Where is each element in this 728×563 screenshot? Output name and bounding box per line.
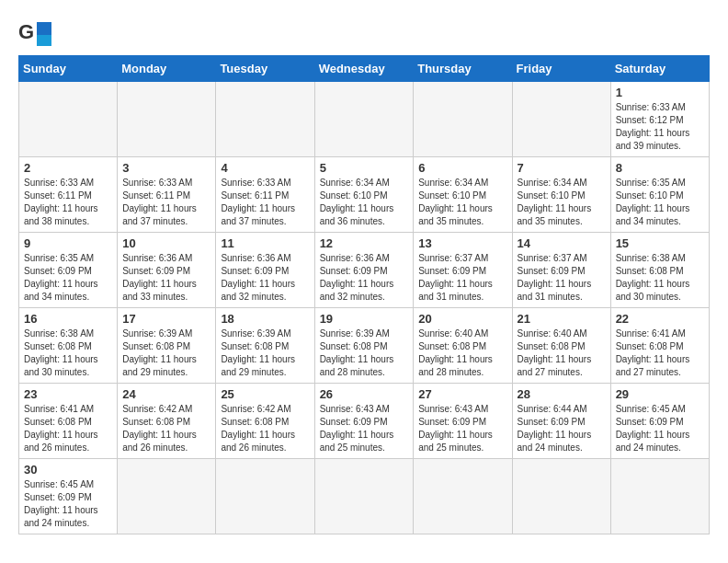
day-number: 27 [418, 387, 506, 401]
day-number: 2 [24, 161, 112, 175]
day-number: 4 [221, 161, 309, 175]
calendar-cell: 19Sunrise: 6:39 AM Sunset: 6:08 PM Dayli… [314, 308, 414, 384]
day-header-saturday: Saturday [610, 56, 709, 82]
day-number: 7 [518, 161, 606, 175]
calendar-cell: 3Sunrise: 6:33 AM Sunset: 6:11 PM Daylig… [118, 157, 216, 233]
calendar-cell: 18Sunrise: 6:39 AM Sunset: 6:08 PM Dayli… [216, 308, 314, 384]
day-info: Sunrise: 6:45 AM Sunset: 6:09 PM Dayligh… [24, 478, 112, 530]
day-number: 28 [518, 387, 606, 401]
day-info: Sunrise: 6:39 AM Sunset: 6:08 PM Dayligh… [221, 327, 309, 379]
day-number: 14 [518, 236, 606, 250]
day-info: Sunrise: 6:40 AM Sunset: 6:08 PM Dayligh… [518, 327, 606, 379]
calendar-cell: 23Sunrise: 6:41 AM Sunset: 6:08 PM Dayli… [19, 384, 118, 459]
calendar-cell [118, 82, 216, 157]
calendar-cell [512, 82, 610, 157]
calendar-cell: 21Sunrise: 6:40 AM Sunset: 6:08 PM Dayli… [512, 308, 610, 384]
day-info: Sunrise: 6:41 AM Sunset: 6:08 PM Dayligh… [24, 403, 112, 454]
calendar-cell: 20Sunrise: 6:40 AM Sunset: 6:08 PM Dayli… [414, 308, 512, 384]
calendar-cell: 5Sunrise: 6:34 AM Sunset: 6:10 PM Daylig… [314, 157, 414, 233]
day-info: Sunrise: 6:33 AM Sunset: 6:12 PM Dayligh… [616, 101, 704, 153]
day-info: Sunrise: 6:33 AM Sunset: 6:11 PM Dayligh… [221, 177, 309, 228]
day-number: 25 [221, 387, 309, 401]
calendar-cell: 4Sunrise: 6:33 AM Sunset: 6:11 PM Daylig… [216, 157, 314, 233]
day-info: Sunrise: 6:33 AM Sunset: 6:11 PM Dayligh… [24, 177, 112, 228]
day-info: Sunrise: 6:36 AM Sunset: 6:09 PM Dayligh… [122, 252, 210, 304]
svg-marker-1 [37, 22, 51, 35]
day-info: Sunrise: 6:43 AM Sunset: 6:09 PM Dayligh… [418, 403, 506, 454]
calendar-cell: 9Sunrise: 6:35 AM Sunset: 6:09 PM Daylig… [19, 233, 118, 308]
day-info: Sunrise: 6:39 AM Sunset: 6:08 PM Dayligh… [122, 327, 210, 379]
day-info: Sunrise: 6:38 AM Sunset: 6:08 PM Dayligh… [24, 327, 112, 379]
day-number: 12 [320, 236, 409, 250]
day-info: Sunrise: 6:36 AM Sunset: 6:09 PM Dayligh… [320, 252, 409, 304]
calendar-cell [314, 82, 414, 157]
day-number: 8 [616, 161, 704, 175]
day-info: Sunrise: 6:37 AM Sunset: 6:09 PM Dayligh… [418, 252, 506, 304]
calendar-cell: 28Sunrise: 6:44 AM Sunset: 6:09 PM Dayli… [512, 384, 610, 459]
logo: G [18, 18, 57, 46]
calendar-cell [216, 82, 314, 157]
day-number: 19 [320, 312, 409, 326]
calendar-cell: 10Sunrise: 6:36 AM Sunset: 6:09 PM Dayli… [118, 233, 216, 308]
day-number: 15 [616, 236, 704, 250]
calendar-cell [19, 82, 118, 157]
day-info: Sunrise: 6:45 AM Sunset: 6:09 PM Dayligh… [616, 403, 704, 454]
day-info: Sunrise: 6:44 AM Sunset: 6:09 PM Dayligh… [518, 403, 606, 454]
calendar-cell [512, 459, 610, 534]
calendar-cell: 17Sunrise: 6:39 AM Sunset: 6:08 PM Dayli… [118, 308, 216, 384]
day-number: 26 [320, 387, 409, 401]
day-info: Sunrise: 6:39 AM Sunset: 6:08 PM Dayligh… [320, 327, 409, 379]
calendar-cell [314, 459, 414, 534]
day-info: Sunrise: 6:36 AM Sunset: 6:09 PM Dayligh… [221, 252, 309, 304]
calendar-cell: 30Sunrise: 6:45 AM Sunset: 6:09 PM Dayli… [19, 459, 118, 534]
day-number: 22 [616, 312, 704, 326]
day-header-sunday: Sunday [19, 56, 118, 82]
day-number: 5 [320, 161, 409, 175]
day-number: 24 [122, 387, 210, 401]
day-info: Sunrise: 6:40 AM Sunset: 6:08 PM Dayligh… [418, 327, 506, 379]
calendar-cell: 25Sunrise: 6:42 AM Sunset: 6:08 PM Dayli… [216, 384, 314, 459]
day-number: 29 [616, 387, 704, 401]
page-header: G [18, 18, 710, 46]
day-info: Sunrise: 6:37 AM Sunset: 6:09 PM Dayligh… [518, 252, 606, 304]
logo-icon: G [18, 18, 51, 46]
day-number: 11 [221, 236, 309, 250]
calendar-cell [414, 459, 512, 534]
day-number: 17 [122, 312, 210, 326]
day-info: Sunrise: 6:33 AM Sunset: 6:11 PM Dayligh… [122, 177, 210, 228]
day-number: 6 [418, 161, 506, 175]
day-info: Sunrise: 6:35 AM Sunset: 6:09 PM Dayligh… [24, 252, 112, 304]
calendar-cell: 2Sunrise: 6:33 AM Sunset: 6:11 PM Daylig… [19, 157, 118, 233]
calendar-cell: 26Sunrise: 6:43 AM Sunset: 6:09 PM Dayli… [314, 384, 414, 459]
day-number: 23 [24, 387, 112, 401]
calendar: SundayMondayTuesdayWednesdayThursdayFrid… [18, 55, 710, 534]
day-number: 20 [418, 312, 506, 326]
calendar-cell: 16Sunrise: 6:38 AM Sunset: 6:08 PM Dayli… [19, 308, 118, 384]
day-info: Sunrise: 6:43 AM Sunset: 6:09 PM Dayligh… [320, 403, 409, 454]
day-number: 18 [221, 312, 309, 326]
day-info: Sunrise: 6:34 AM Sunset: 6:10 PM Dayligh… [320, 177, 409, 228]
day-header-friday: Friday [512, 56, 610, 82]
calendar-cell [414, 82, 512, 157]
calendar-cell: 27Sunrise: 6:43 AM Sunset: 6:09 PM Dayli… [414, 384, 512, 459]
day-info: Sunrise: 6:42 AM Sunset: 6:08 PM Dayligh… [221, 403, 309, 454]
day-number: 3 [122, 161, 210, 175]
calendar-cell: 8Sunrise: 6:35 AM Sunset: 6:10 PM Daylig… [610, 157, 709, 233]
calendar-cell: 6Sunrise: 6:34 AM Sunset: 6:10 PM Daylig… [414, 157, 512, 233]
calendar-cell: 15Sunrise: 6:38 AM Sunset: 6:08 PM Dayli… [610, 233, 709, 308]
day-number: 1 [616, 86, 704, 99]
calendar-cell: 13Sunrise: 6:37 AM Sunset: 6:09 PM Dayli… [414, 233, 512, 308]
day-number: 13 [418, 236, 506, 250]
day-info: Sunrise: 6:41 AM Sunset: 6:08 PM Dayligh… [616, 327, 704, 379]
day-number: 16 [24, 312, 112, 326]
day-number: 10 [122, 236, 210, 250]
calendar-cell: 24Sunrise: 6:42 AM Sunset: 6:08 PM Dayli… [118, 384, 216, 459]
calendar-cell: 14Sunrise: 6:37 AM Sunset: 6:09 PM Dayli… [512, 233, 610, 308]
day-info: Sunrise: 6:38 AM Sunset: 6:08 PM Dayligh… [616, 252, 704, 304]
svg-marker-2 [37, 35, 51, 46]
day-header-monday: Monday [118, 56, 216, 82]
day-info: Sunrise: 6:35 AM Sunset: 6:10 PM Dayligh… [616, 177, 704, 228]
day-info: Sunrise: 6:34 AM Sunset: 6:10 PM Dayligh… [518, 177, 606, 228]
calendar-cell: 22Sunrise: 6:41 AM Sunset: 6:08 PM Dayli… [610, 308, 709, 384]
day-number: 9 [24, 236, 112, 250]
